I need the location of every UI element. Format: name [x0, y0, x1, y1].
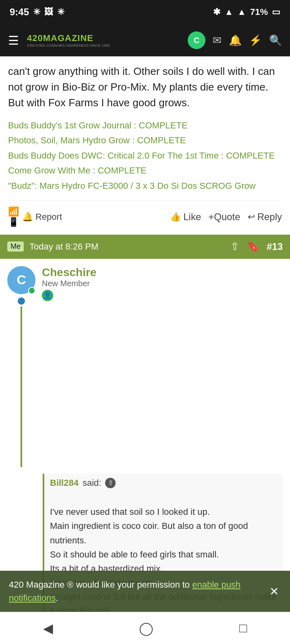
quote-author-link[interactable]: Bill284 [50, 478, 79, 488]
action-left: 📶 📱 🔔 Report [8, 205, 62, 229]
lightning-icon[interactable]: ⚡ [249, 34, 262, 47]
nav-logo: 420MAGAZINE CREATING CANNABIS AWARENESS … [27, 33, 180, 47]
photos-icon: 🖼 [44, 7, 53, 17]
logo-text: 420MAGAZINE [27, 33, 93, 43]
status-left: 9:45 ✳ 🖼 ✳ [10, 6, 64, 18]
intro-text: can't grow anything with it. Other soils… [8, 64, 282, 111]
signal-icon: ▲ [237, 7, 246, 17]
poster-name[interactable]: Cheschire [42, 266, 96, 279]
report-button[interactable]: 🔔 Report [22, 212, 62, 222]
status-bar: 9:45 ✳ 🖼 ✳ ✱ ▲ ▲ 71% ▭ [0, 0, 290, 24]
bluetooth-icon: ✱ [213, 7, 220, 17]
reply-button[interactable]: ↩ Reply [248, 211, 282, 223]
push-notification: 420 Magazine ® would like your permissio… [0, 571, 290, 612]
bottom-nav: ◀ ◯ □ [0, 612, 290, 644]
poster-role: New Member [42, 279, 96, 288]
thread-line [21, 306, 22, 467]
link-item[interactable]: Come Grow With Me : COMPLETE [8, 163, 282, 178]
link-item[interactable]: Photos, Soil, Mars Hydro Grow : COMPLETE [8, 133, 282, 148]
online-indicator [28, 287, 35, 294]
menu-icon[interactable]: ☰ [8, 33, 19, 47]
widgets-icon: ✳ [57, 7, 64, 17]
nav-icons: C ✉ 🔔 ⚡ 🔍 [188, 31, 282, 49]
action-right: 👍 Like +Quote ↩ Reply [170, 211, 282, 223]
nav-bar: ☰ 420MAGAZINE CREATING CANNABIS AWARENES… [0, 24, 290, 56]
main-content: can't grow anything with it. Other soils… [0, 56, 290, 235]
device-icon: 📱 [8, 217, 19, 227]
home-button[interactable]: ◯ [139, 621, 153, 636]
like-label: Like [183, 211, 201, 223]
post-body: C Cheschire New Member 👤 [0, 259, 290, 467]
poster-avatar: C [7, 266, 35, 294]
push-notif-text: 420 Magazine ® would like your permissio… [9, 578, 261, 605]
recents-button[interactable]: □ [239, 621, 247, 636]
status-time: 9:45 [10, 6, 29, 18]
like-icon: 👍 [170, 212, 181, 222]
blue-dot [18, 297, 25, 305]
quote-attr-text: said: [83, 478, 101, 488]
logo-sub: CREATING CANNABIS AWARENESS SINCE 1993 [27, 43, 110, 47]
post-meta: Cheschire New Member 👤 [42, 266, 96, 467]
user-role-icon: 👤 [42, 290, 53, 301]
action-bar: 📶 📱 🔔 Report 👍 Like +Quote ↩ Reply [8, 200, 282, 235]
link-item[interactable]: Buds Buddy's 1st Grow Journal : COMPLETE [8, 118, 282, 133]
reply-label: Reply [257, 211, 282, 223]
back-button[interactable]: ◀ [43, 621, 53, 636]
notifications-icon[interactable]: 🔔 [229, 34, 242, 47]
apps-icon: ✳ [33, 7, 40, 17]
me-tag: Me [7, 242, 24, 252]
links-list: Buds Buddy's 1st Grow Journal : COMPLETE… [8, 118, 282, 193]
post-header-left: Me Today at 8:26 PM [7, 242, 98, 252]
search-icon[interactable]: 🔍 [269, 34, 282, 47]
bookmark-icon[interactable]: 🔖 [246, 240, 259, 253]
push-close-button[interactable]: ✕ [267, 585, 281, 598]
status-right: ✱ ▲ ▲ 71% ▭ [213, 7, 280, 17]
post-header-right: ⇧ 🔖 #13 [230, 240, 283, 253]
wifi-signal-icon: 📶 [8, 206, 19, 217]
share-icon[interactable]: ⇧ [230, 240, 239, 253]
report-label: Report [35, 212, 62, 222]
post-number: #13 [267, 241, 283, 252]
like-button[interactable]: 👍 Like [170, 211, 201, 223]
quote-button[interactable]: +Quote [208, 211, 240, 223]
quote-attribution: Bill284 said: ⇧ [50, 474, 283, 491]
link-item[interactable]: Buds Buddy Does DWC: Critical 2.0 For Th… [8, 148, 282, 163]
wifi-icon: ▲ [224, 7, 233, 17]
report-icon: 🔔 [22, 212, 33, 222]
battery-text: 71% [250, 7, 268, 17]
reply-icon: ↩ [248, 212, 255, 222]
avatar[interactable]: C [188, 31, 205, 49]
quote-arrow-icon: ⇧ [105, 478, 116, 488]
avatar-col: C [7, 266, 35, 467]
messages-icon[interactable]: ✉ [213, 34, 222, 47]
quote-label: +Quote [208, 211, 240, 223]
battery-icon: ▭ [272, 7, 280, 17]
post-header-bar: Me Today at 8:26 PM ⇧ 🔖 #13 [0, 235, 290, 259]
wifi-area: 📶 📱 [8, 205, 19, 229]
post-time: Today at 8:26 PM [29, 242, 98, 252]
link-item[interactable]: "Budz": Mars Hydro FC-E3000 / 3 x 3 Do S… [8, 178, 282, 193]
